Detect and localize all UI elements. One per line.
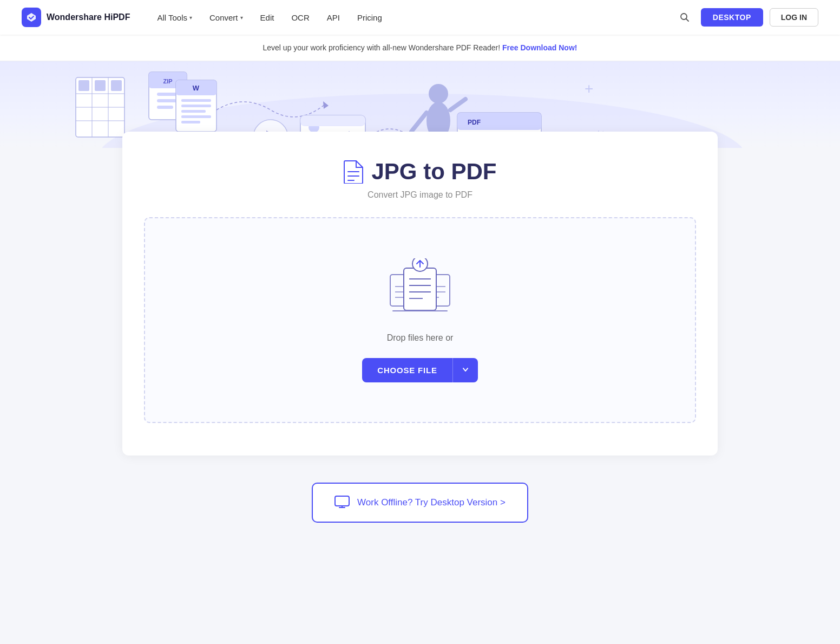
svg-text:+: + [585,80,593,97]
brand-name: Wondershare HiPDF [47,12,130,22]
svg-text:PDF: PDF [468,119,481,126]
svg-point-36 [429,84,448,103]
choose-file-button[interactable]: CHOOSE FILE [362,358,452,382]
file-icon [343,160,364,184]
desktop-cta-button[interactable]: Work Offline? Try Desktop Version > [312,483,528,523]
choose-file-dropdown-button[interactable] [452,358,478,382]
svg-rect-9 [78,80,89,91]
svg-text:ZIP: ZIP [163,78,172,84]
svg-rect-22 [181,105,211,107]
page-title: JPG to PDF [371,159,496,185]
svg-rect-70 [404,268,436,310]
upload-icon [388,258,452,318]
svg-rect-11 [111,80,122,91]
tool-title: JPG to PDF [144,159,696,185]
nav-item-pricing[interactable]: Pricing [350,9,390,27]
main-content: JPG to PDF Convert JPG image to PDF [0,132,840,555]
desktop-button[interactable]: DESKTOP [701,8,763,27]
nav-links: All Tools ▾ Convert ▾ Edit OCR API Prici… [149,9,674,27]
drop-text: Drop files here or [387,333,454,343]
svg-rect-34 [300,115,365,126]
brand-logo [22,8,41,27]
choose-file-button-group: CHOOSE FILE [362,358,477,382]
tool-title-area: JPG to PDF Convert JPG image to PDF [144,159,696,200]
nav-item-api[interactable]: API [319,9,347,27]
search-icon [679,12,690,23]
nav-item-all-tools[interactable]: All Tools ▾ [149,9,200,27]
svg-rect-24 [181,115,211,118]
monitor-icon [334,496,350,510]
nav-actions: DESKTOP LOG IN [675,8,818,27]
svg-text:W: W [193,84,200,92]
navbar: Wondershare HiPDF All Tools ▾ Convert ▾ … [0,0,840,35]
search-button[interactable] [675,8,694,27]
svg-rect-25 [181,121,200,123]
chevron-down-icon [462,366,469,373]
brand-link[interactable]: Wondershare HiPDF [22,8,130,27]
upload-icon-area [388,258,452,318]
upload-area[interactable]: Drop files here or CHOOSE FILE [144,217,696,423]
svg-rect-16 [157,99,179,102]
svg-rect-78 [335,496,349,506]
svg-rect-21 [181,99,211,102]
nav-item-convert[interactable]: Convert ▾ [202,9,251,27]
svg-rect-17 [157,106,173,109]
banner-download-link[interactable]: Free Download Now! [502,43,577,52]
svg-line-1 [686,19,688,22]
svg-rect-23 [181,110,206,113]
promo-banner: Level up your work proficiency with all-… [0,35,840,61]
login-button[interactable]: LOG IN [770,8,818,27]
chevron-down-icon: ▾ [240,15,243,21]
nav-item-ocr[interactable]: OCR [284,9,317,27]
svg-rect-10 [95,80,106,91]
chevron-down-icon: ▾ [189,15,192,21]
tool-card: JPG to PDF Convert JPG image to PDF [122,132,718,456]
desktop-cta-text: Work Offline? Try Desktop Version > [357,497,506,508]
nav-item-edit[interactable]: Edit [253,9,282,27]
svg-rect-15 [157,93,179,96]
tool-subtitle: Convert JPG image to PDF [144,190,696,200]
